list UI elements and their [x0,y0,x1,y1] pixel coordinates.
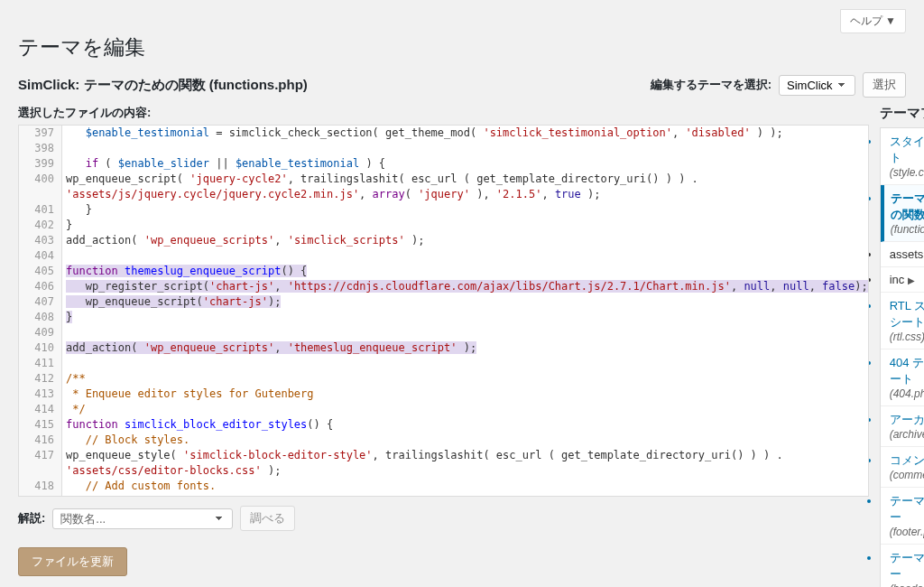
line-number: 400 [19,172,62,202]
chevron-right-icon: ▶ [908,275,915,285]
code-line: wp_enqueue_style( 'simclick-fonts', simc… [62,494,868,497]
code-line: // Block styles. [62,433,868,448]
line-number: 417 [19,448,62,479]
code-line: function themeslug_enqueue_script() { [62,264,868,279]
code-line: wp_enqueue_script( 'jquery-cycle2', trai… [62,172,868,202]
code-line: $enable_testimonial = simclick_check_sec… [62,126,868,141]
theme-select-label: 編集するテーマを選択: [651,77,772,93]
line-number: 397 [19,126,62,141]
file-item[interactable]: コメント(comments.php) [881,447,924,488]
line-number: 406 [19,279,62,294]
file-item[interactable]: テーマヘッダー(header.php) [881,545,924,587]
line-number: 404 [19,248,62,264]
theme-select-button[interactable]: 選択 [863,72,906,98]
code-line: wp_enqueue_style( 'simclick-block-editor… [62,448,868,479]
line-number: 411 [19,356,62,371]
help-tab[interactable]: ヘルプ ▼ [840,9,906,33]
code-line [62,356,868,371]
code-line: /** [62,371,868,387]
content-label: 選択したファイルの内容: [18,105,869,121]
theme-select-dropdown[interactable]: SimClick [779,75,855,96]
file-item-sub: (404.php) [890,387,924,400]
code-line: * Enqueue editor styles for Gutenberg [62,387,868,402]
code-line [62,325,868,340]
file-item[interactable]: inc▶ [881,267,924,293]
line-number: 403 [19,233,62,248]
file-item[interactable]: テーマフッター(footer.php) [881,488,924,545]
code-editor[interactable]: 397 $enable_testimonial = simclick_check… [18,125,869,497]
code-line: add_action( 'wp_enqueue_scripts', 'theme… [62,340,868,356]
file-item-sub: (footer.php) [890,526,924,538]
line-number: 414 [19,402,62,417]
lookup-label: 解説: [18,510,45,526]
line-number: 405 [19,264,62,279]
file-item[interactable]: RTL スタイルシート(rtl.css) [881,293,924,349]
file-list: スタイルシート(style.css)テーマのための関数(functions.ph… [880,127,924,587]
file-item-sub: (rtl.css) [890,331,924,343]
code-line: if ( $enable_slider || $enable_testimoni… [62,156,868,172]
file-heading: SimClick: テーマのための関数 (functions.php) [18,77,308,94]
line-number: 410 [19,340,62,356]
file-item-sub: (header.php) [890,582,924,587]
update-file-button[interactable]: ファイルを更新 [18,547,127,576]
code-line: add_action( 'wp_enqueue_scripts', 'simcl… [62,233,868,248]
file-item[interactable]: assets▶ [881,242,924,267]
line-number: 398 [19,141,62,156]
line-number: 399 [19,156,62,172]
file-item-sub: (style.css) [890,166,924,179]
code-line: } [62,310,868,325]
code-line: // Add custom fonts. [62,479,868,494]
file-item-sub: (functions.php) [891,223,924,236]
file-item[interactable]: テーマのための関数(functions.php) [881,185,924,242]
lookup-button[interactable]: 調べる [240,506,295,531]
line-number: 416 [19,433,62,448]
page-title: テーマを編集 [18,33,906,61]
line-number: 408 [19,310,62,325]
sidebar-title: テーマファイル [880,105,924,122]
file-item-sub: (archive.php) [890,428,924,441]
code-line: } [62,202,868,218]
line-number: 413 [19,387,62,402]
line-number: 401 [19,202,62,218]
file-item[interactable]: スタイルシート(style.css) [881,128,924,185]
lookup-select[interactable]: 関数名... [52,508,233,529]
code-line: wp_enqueue_script('chart-js'); [62,294,868,310]
code-line: */ [62,402,868,417]
line-number: 409 [19,325,62,340]
code-line [62,248,868,264]
line-number: 415 [19,417,62,433]
file-item[interactable]: アーカイブ(archive.php) [881,406,924,447]
code-line [62,141,868,156]
line-number: 402 [19,218,62,233]
line-number: 418 [19,479,62,494]
code-line: function simclick_block_editor_styles() … [62,417,868,433]
file-item[interactable]: 404 テンプレート(404.php) [881,349,924,406]
code-line: wp_register_script('chart-js', 'https://… [62,279,868,294]
file-item-sub: (comments.php) [890,469,924,481]
line-number: 407 [19,294,62,310]
line-number: 419 [19,494,62,497]
code-line: } [62,218,868,233]
line-number: 412 [19,371,62,387]
